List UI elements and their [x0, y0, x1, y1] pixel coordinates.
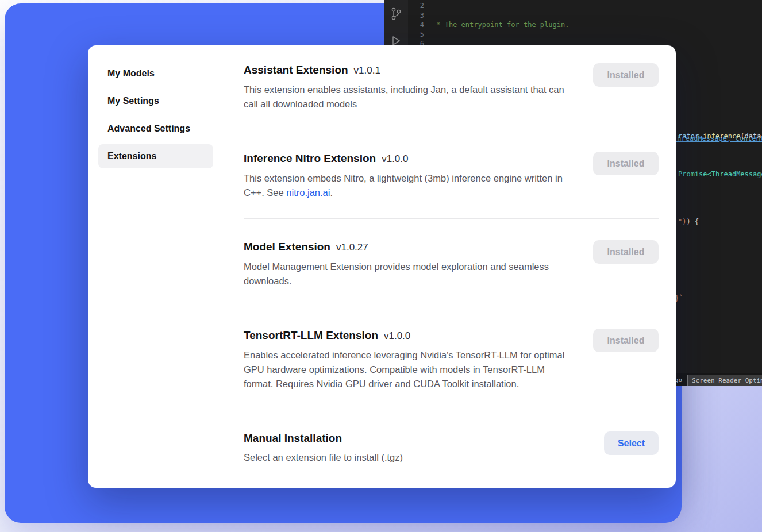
code-line-comment: * The entrypoint for the plugin. — [432, 20, 762, 30]
divider — [244, 130, 659, 130]
extension-description: This extension embeds Nitro, a lightweig… — [244, 171, 576, 200]
extension-card: Model Extension v1.0.27 Model Management… — [244, 240, 659, 307]
extensions-panel: Assistant Extension v1.0.1 This extensio… — [224, 45, 676, 488]
extension-version: v1.0.0 — [382, 152, 408, 167]
code-fragment: ")) { — [678, 217, 699, 227]
extension-description: This extension enables assistants, inclu… — [244, 83, 576, 111]
extension-card: Assistant Extension v1.0.1 This extensio… — [244, 63, 659, 130]
sidebar-item-my-settings[interactable]: My Settings — [98, 89, 213, 113]
divider — [244, 218, 659, 219]
extension-title: Model Extension — [244, 240, 330, 255]
code-fragment: rator.inference(data)); — [678, 132, 762, 141]
description-text: . — [330, 187, 333, 198]
sidebar-item-extensions[interactable]: Extensions — [98, 144, 213, 168]
extension-title: Inference Nitro Extension — [244, 151, 376, 166]
installed-button[interactable]: Installed — [593, 63, 659, 87]
code-token: (data)); — [740, 132, 762, 140]
installed-button[interactable]: Installed — [593, 329, 659, 352]
code-token: ) { — [686, 218, 699, 226]
sidebar-item-advanced-settings[interactable]: Advanced Settings — [98, 117, 213, 141]
select-file-button[interactable]: Select — [604, 431, 659, 455]
manual-installation-title: Manual Installation — [244, 431, 342, 446]
manual-installation-description: Select an extension file to install (.tg… — [244, 450, 578, 465]
extension-version: v1.0.1 — [354, 63, 380, 78]
installed-button[interactable]: Installed — [593, 152, 659, 175]
extension-title: Assistant Extension — [244, 63, 348, 78]
code-token: inference — [703, 132, 740, 140]
sidebar-item-my-models[interactable]: My Models — [98, 61, 213, 86]
code-fragment: Promise<ThreadMessage> — [678, 169, 762, 179]
settings-modal: My Models My Settings Advanced Settings … — [88, 45, 676, 488]
installed-button[interactable]: Installed — [593, 240, 659, 264]
git-branch-icon — [390, 7, 402, 21]
extension-description: Model Management Extension provides mode… — [244, 260, 576, 288]
extension-title: TensortRT-LLM Extension — [244, 328, 378, 343]
editor-line-numbers: 2 3 4 5 6 — [408, 1, 432, 49]
code-token: ") — [678, 218, 686, 226]
screen-reader-badge: Screen Reader Optimized — [687, 375, 762, 386]
code-token: rator. — [678, 132, 703, 140]
page-background: 2 3 4 5 6 * The entrypoint for the plugi… — [0, 0, 762, 532]
extension-version: v1.0.27 — [336, 240, 368, 255]
nitro-jan-ai-link[interactable]: nitro.jan.ai — [286, 187, 330, 198]
divider — [244, 410, 659, 410]
extension-version: v1.0.0 — [384, 329, 410, 344]
manual-installation-card: Manual Installation Select an extension … — [244, 431, 659, 465]
extension-card: TensortRT-LLM Extension v1.0.0 Enables a… — [244, 328, 659, 410]
settings-sidebar: My Models My Settings Advanced Settings … — [88, 45, 224, 488]
divider — [244, 307, 659, 307]
extension-description: Enables accelerated inference leveraging… — [244, 348, 576, 391]
extension-card: Inference Nitro Extension v1.0.0 This ex… — [244, 151, 659, 219]
